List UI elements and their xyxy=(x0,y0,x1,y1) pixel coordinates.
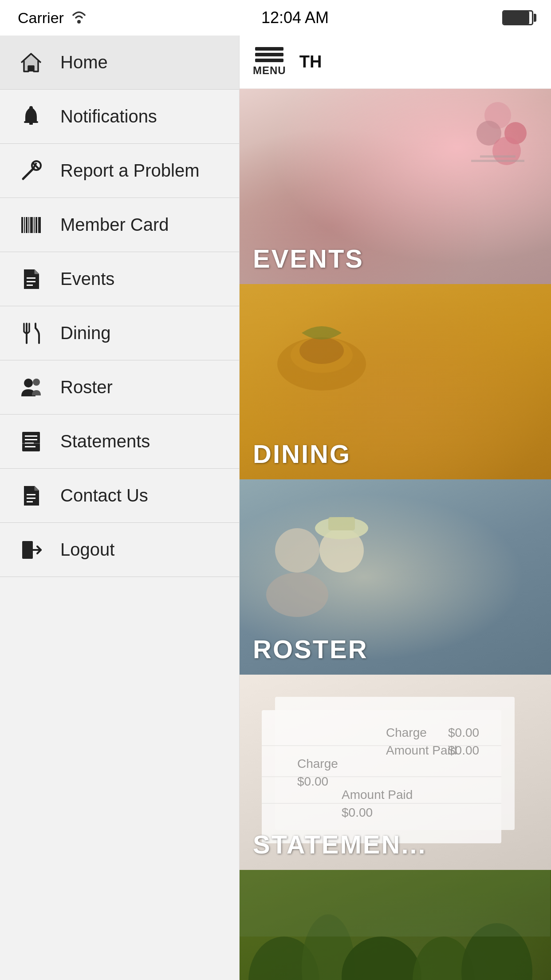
menu-button[interactable]: MENU xyxy=(253,47,286,77)
roster-card[interactable]: ROSTER xyxy=(240,479,551,675)
sidebar-item-notifications-label: Notifications xyxy=(60,107,157,126)
status-bar: Carrier 12:04 AM xyxy=(0,0,551,36)
menu-label: MENU xyxy=(253,64,286,77)
sidebar-item-contact-label: Contact Us xyxy=(60,486,148,506)
dining-card-label: DINING xyxy=(253,439,351,469)
sidebar-item-contact[interactable]: Contact Us xyxy=(0,469,239,523)
svg-rect-69 xyxy=(240,870,550,937)
roster-card-label: ROSTER xyxy=(253,634,368,664)
svg-point-25 xyxy=(33,379,40,386)
contact-card[interactable] xyxy=(240,870,551,980)
svg-point-47 xyxy=(266,573,328,617)
svg-point-66 xyxy=(342,937,421,980)
people-icon xyxy=(18,374,44,401)
svg-rect-34 xyxy=(27,501,33,502)
statements-icon xyxy=(18,428,44,455)
sidebar-item-statements-label: Statements xyxy=(60,431,150,451)
svg-rect-33 xyxy=(27,498,35,499)
svg-rect-11 xyxy=(26,217,28,233)
sidebar-item-events-label: Events xyxy=(60,269,114,289)
svg-rect-10 xyxy=(24,217,25,233)
wifi-icon xyxy=(70,8,88,27)
right-panel: MENU TH EVENTS xyxy=(240,36,551,980)
svg-rect-28 xyxy=(25,439,37,440)
sidebar-item-notifications[interactable]: Notifications xyxy=(0,90,239,144)
menu-bar-3 xyxy=(255,59,283,62)
sidebar-item-events[interactable]: Events xyxy=(0,252,239,306)
barcode-icon xyxy=(18,212,44,238)
svg-rect-3 xyxy=(24,121,38,123)
svg-rect-17 xyxy=(27,277,35,279)
events-card-label: EVENTS xyxy=(253,244,364,273)
svg-rect-18 xyxy=(27,281,35,282)
svg-rect-16 xyxy=(38,217,41,233)
contact-icon xyxy=(18,482,44,509)
sidebar: Home Notifications xyxy=(0,36,240,980)
svg-point-45 xyxy=(299,337,344,364)
sidebar-item-dining-label: Dining xyxy=(60,323,110,343)
sidebar-item-member-card[interactable]: Member Card xyxy=(0,198,239,252)
svg-rect-14 xyxy=(34,217,35,233)
svg-rect-9 xyxy=(21,217,23,233)
dining-card[interactable]: DINING xyxy=(240,284,551,479)
app-body: Home Notifications xyxy=(0,36,551,980)
svg-point-46 xyxy=(275,528,319,573)
bell-icon xyxy=(18,103,44,130)
statements-card-label: STATEMEN... xyxy=(253,830,427,859)
battery-icon xyxy=(502,10,533,25)
svg-point-4 xyxy=(29,106,33,110)
svg-point-0 xyxy=(77,20,81,24)
svg-rect-26 xyxy=(22,432,40,451)
sidebar-item-member-card-label: Member Card xyxy=(60,215,169,235)
wrench-icon xyxy=(18,158,44,184)
svg-text:$0.00: $0.00 xyxy=(448,726,479,739)
sidebar-item-logout-label: Logout xyxy=(60,540,114,560)
svg-rect-12 xyxy=(28,217,29,233)
svg-line-5 xyxy=(23,168,34,179)
svg-rect-13 xyxy=(30,217,33,233)
contact-card-image xyxy=(240,870,551,980)
svg-point-24 xyxy=(24,379,33,387)
sidebar-item-home[interactable]: Home xyxy=(0,36,239,90)
sidebar-item-logout[interactable]: Logout xyxy=(0,523,239,577)
svg-text:Amount Paid: Amount Paid xyxy=(342,788,413,802)
statements-card[interactable]: Charge $0.00 Amount Paid $0.00 Charge $0… xyxy=(240,675,551,870)
menu-bar-2 xyxy=(255,53,283,56)
svg-text:$0.00: $0.00 xyxy=(342,806,373,819)
svg-rect-42 xyxy=(471,160,524,162)
header-title: TH xyxy=(299,52,322,71)
sidebar-item-roster[interactable]: Roster xyxy=(0,360,239,415)
sidebar-item-report-label: Report a Problem xyxy=(60,161,199,181)
svg-rect-27 xyxy=(25,435,37,437)
fork-icon xyxy=(18,320,44,347)
svg-rect-19 xyxy=(27,285,33,286)
svg-text:Charge: Charge xyxy=(297,757,338,771)
svg-text:Charge: Charge xyxy=(386,726,427,739)
svg-rect-15 xyxy=(35,217,37,233)
home-icon xyxy=(18,49,44,76)
document-icon xyxy=(18,266,44,292)
sidebar-item-report[interactable]: Report a Problem xyxy=(0,144,239,198)
svg-rect-35 xyxy=(22,541,33,559)
carrier-label: Carrier xyxy=(18,9,64,27)
sidebar-item-roster-label: Roster xyxy=(60,377,113,397)
status-left: Carrier xyxy=(18,8,88,27)
sidebar-item-home-label: Home xyxy=(60,52,108,72)
events-card[interactable]: EVENTS xyxy=(240,89,551,284)
svg-rect-50 xyxy=(328,517,355,530)
svg-rect-30 xyxy=(25,446,35,447)
menu-bar-1 xyxy=(255,47,283,51)
time-label: 12:04 AM xyxy=(261,8,329,27)
sidebar-item-dining[interactable]: Dining xyxy=(0,306,239,360)
svg-rect-32 xyxy=(27,494,35,495)
status-right xyxy=(502,10,533,25)
svg-rect-41 xyxy=(480,155,516,158)
logout-icon xyxy=(18,537,44,563)
sidebar-item-statements[interactable]: Statements xyxy=(0,415,239,469)
menu-header: MENU TH xyxy=(240,36,551,89)
